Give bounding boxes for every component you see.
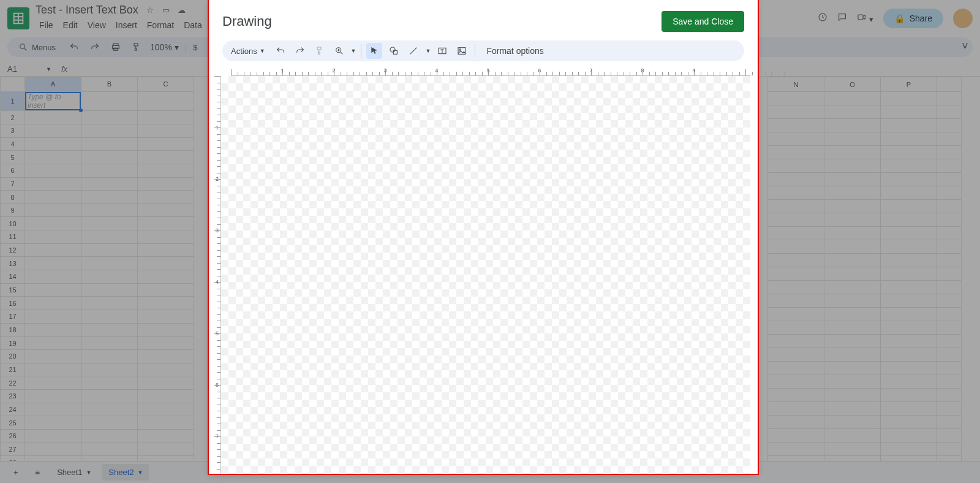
drawing-modal: Drawing Save and Close Actions▼ ▼ ▼ Form… xyxy=(209,0,758,474)
actions-dropdown[interactable]: Actions▼ xyxy=(227,44,269,58)
drawing-canvas[interactable] xyxy=(221,76,750,474)
vertical-ruler: 1234567 xyxy=(211,76,221,474)
horizontal-ruler: 123456789 xyxy=(231,66,750,76)
svg-rect-8 xyxy=(394,50,398,54)
line-dropdown-icon[interactable]: ▼ xyxy=(425,48,431,54)
svg-point-11 xyxy=(459,49,461,51)
image-tool-icon[interactable] xyxy=(454,43,470,59)
zoom-dropdown-icon[interactable]: ▼ xyxy=(351,48,356,54)
drawing-canvas-area: 123456789 1234567 xyxy=(211,66,750,474)
select-tool-icon[interactable] xyxy=(366,43,382,59)
paint-format-icon[interactable] xyxy=(312,43,328,59)
drawing-title: Drawing xyxy=(222,13,272,29)
format-options-button[interactable]: Format options xyxy=(486,46,543,56)
save-and-close-button[interactable]: Save and Close xyxy=(662,11,744,32)
undo-icon[interactable] xyxy=(273,43,288,59)
actions-label: Actions xyxy=(231,47,257,56)
svg-point-7 xyxy=(390,47,395,52)
separator xyxy=(475,44,475,58)
shape-tool-icon[interactable] xyxy=(386,43,402,59)
line-tool-icon[interactable] xyxy=(405,43,421,59)
drawing-toolbar: Actions▼ ▼ ▼ Format options xyxy=(222,40,744,61)
separator xyxy=(361,44,361,58)
text-box-tool-icon[interactable] xyxy=(434,43,450,59)
redo-icon[interactable] xyxy=(292,43,308,59)
zoom-icon[interactable] xyxy=(331,43,347,59)
svg-rect-10 xyxy=(458,48,466,55)
